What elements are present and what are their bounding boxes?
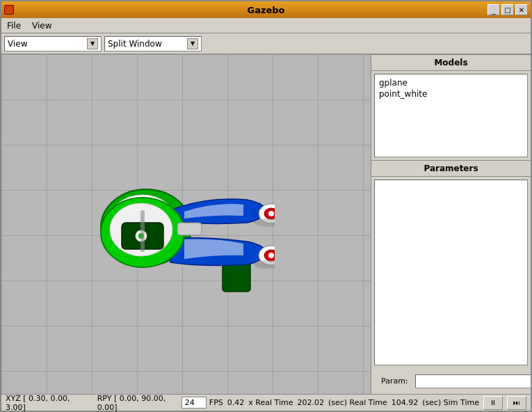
params-bottom: Param: <box>371 368 531 394</box>
step-button[interactable]: ⏭ <box>507 396 526 410</box>
parameters-header: Parameters <box>371 160 531 177</box>
parameters-section: Parameters Param: <box>371 160 531 394</box>
status-right: 24 FPS 0.42 x Real Time 202.02 (sec) Rea… <box>182 396 526 410</box>
status-left: XYZ [ 0.30, 0.00, 3.00] RPY [ 0.00, 90.0… <box>6 394 182 412</box>
toolbar: View ▼ Split Window ▼ <box>1 33 531 54</box>
main-window: Gazebo _ □ ✕ File View View ▼ Split Wind… <box>0 0 532 412</box>
real-time-sec-label: (sec) Real Time <box>328 398 387 407</box>
svg-point-6 <box>268 211 274 216</box>
minimize-button[interactable]: _ <box>487 4 500 15</box>
sim-time: 104.92 <box>392 398 419 407</box>
app-icon <box>4 5 14 15</box>
real-time-factor: 0.42 <box>227 398 245 407</box>
robot-model <box>38 120 275 328</box>
rpy-display: RPY [ 0.00, 90.00, 0.00] <box>97 394 182 412</box>
model-point-white[interactable]: point_white <box>378 88 524 100</box>
model-gplane[interactable]: gplane <box>378 77 524 88</box>
close-button[interactable]: ✕ <box>515 4 528 15</box>
real-time-sec: 202.02 <box>297 398 324 407</box>
models-list[interactable]: gplane point_white <box>374 74 528 157</box>
status-bar: XYZ [ 0.30, 0.00, 3.00] RPY [ 0.00, 90.0… <box>1 394 531 411</box>
right-panel: Models gplane point_white Parameters Par… <box>371 54 531 394</box>
svg-point-10 <box>268 253 274 258</box>
param-label: Param: <box>377 374 412 388</box>
title-bar-left <box>4 5 14 15</box>
xyz-display: XYZ [ 0.30, 0.00, 3.00] <box>6 394 86 412</box>
param-input[interactable] <box>415 374 531 388</box>
file-menu[interactable]: File <box>1 18 26 33</box>
pause-button[interactable]: ⏸ <box>483 396 503 410</box>
svg-rect-18 <box>140 210 145 252</box>
main-content: Models gplane point_white Parameters Par… <box>1 54 531 394</box>
view-menu[interactable]: View <box>26 18 57 33</box>
fps-value: 24 <box>182 397 207 409</box>
real-time-label: x Real Time <box>248 398 293 407</box>
split-window-combo[interactable]: Split Window ▼ <box>104 36 202 52</box>
maximize-button[interactable]: □ <box>501 4 514 15</box>
view-combo[interactable]: View ▼ <box>4 36 102 52</box>
view-combo-arrow: ▼ <box>87 38 98 49</box>
window-title: Gazebo <box>247 5 284 15</box>
viewport-grid <box>1 54 371 394</box>
fps-display: 24 FPS <box>182 397 223 409</box>
svg-rect-17 <box>177 223 202 235</box>
title-bar: Gazebo _ □ ✕ <box>1 1 531 18</box>
models-section: Models gplane point_white <box>371 54 531 160</box>
param-row: Param: <box>374 371 528 391</box>
menu-bar: File View <box>1 18 531 33</box>
3d-viewport[interactable] <box>1 54 371 394</box>
split-combo-arrow: ▼ <box>187 38 198 49</box>
sim-time-label: (sec) Sim Time <box>422 398 479 407</box>
fps-label: FPS <box>209 398 223 407</box>
models-header: Models <box>371 54 531 71</box>
parameters-area <box>374 180 528 365</box>
window-controls: _ □ ✕ <box>487 4 528 15</box>
